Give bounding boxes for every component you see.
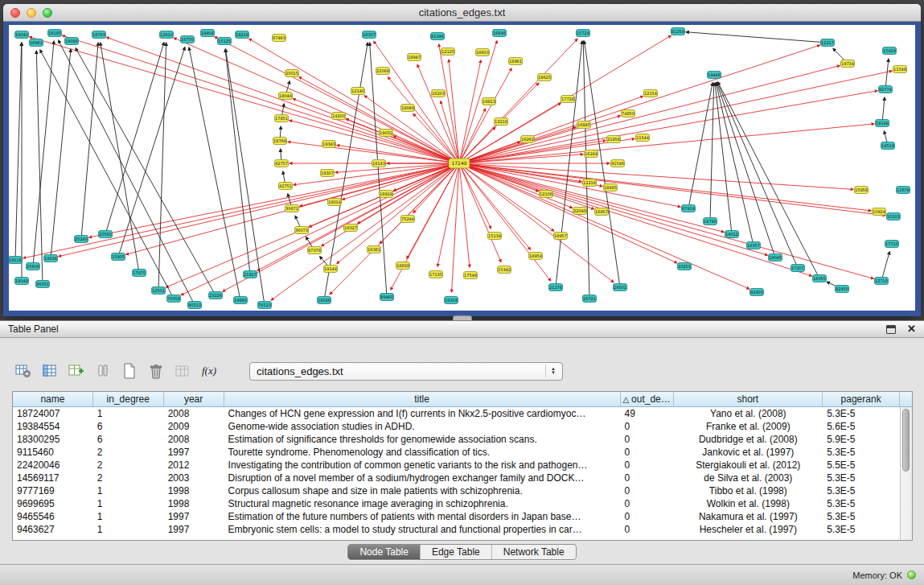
graph-node[interactable]: 42751 (279, 183, 293, 190)
graph-node[interactable]: 15125 (218, 38, 232, 45)
graph-node[interactable]: 25260 (75, 236, 88, 243)
graph-node[interactable]: 16203 (432, 90, 446, 97)
column-header-in-degree[interactable]: in_degree (93, 392, 164, 407)
graph-node[interactable]: 14636 (44, 255, 58, 262)
graph-node[interactable]: 12106 (540, 191, 553, 198)
table-cell[interactable]: 1 (93, 484, 164, 497)
graph-node[interactable]: 13216 (495, 118, 508, 126)
table-cell[interactable]: Nakamura et al. (1997) (674, 510, 823, 523)
graph-node[interactable]: 11679 (897, 187, 910, 194)
graph-node[interactable]: 18143 (372, 160, 386, 167)
graph-edge[interactable] (30, 37, 459, 163)
table-row[interactable]: 1456911722003Disruption of a novel membe… (13, 472, 900, 484)
graph-node[interactable]: 18790 (704, 218, 717, 225)
graph-edge[interactable] (40, 50, 174, 299)
table-cell[interactable]: 5.3E-5 (823, 523, 900, 536)
tab-edge-table[interactable]: Edge Table (420, 545, 491, 559)
graph-node[interactable]: 12610 (160, 31, 174, 39)
graph-edge[interactable] (459, 65, 840, 163)
graph-node[interactable]: 17548 (464, 272, 478, 279)
tab-network-table[interactable]: Network Table (491, 545, 576, 559)
table-cell[interactable]: 2012 (164, 459, 224, 472)
table-row[interactable]: 969969511998Structural magnetic resonanc… (13, 497, 900, 510)
table-cell[interactable]: 18724007 (13, 407, 93, 420)
table-cell[interactable]: 18300295 (13, 433, 93, 446)
graph-node[interactable]: 17975 (133, 270, 146, 277)
graph-edge[interactable] (459, 163, 551, 281)
graph-edge[interactable] (36, 51, 43, 284)
column-header-short[interactable]: short (674, 392, 823, 407)
table-cell[interactable]: 5.3E-5 (823, 446, 900, 459)
graph-node[interactable]: 12125 (441, 48, 455, 56)
zoom-window-button[interactable] (43, 8, 52, 18)
graph-edge[interactable] (33, 41, 54, 266)
graph-node[interactable]: 19546 (318, 297, 331, 304)
table-cell[interactable]: 5.3E-5 (823, 497, 900, 510)
table-row[interactable]: 2242004622012Investigating the contribut… (13, 459, 900, 472)
table-cell[interactable]: de Silva et al. (2003) (674, 472, 823, 484)
graph-edge[interactable] (51, 49, 71, 258)
table-cell[interactable]: 1997 (164, 446, 224, 459)
column-visibility-icon[interactable] (39, 361, 60, 381)
graph-node[interactable]: 15724 (577, 30, 590, 37)
graph-node[interactable]: 19014 (328, 199, 342, 206)
graph-node[interactable]: 16381 (368, 246, 381, 253)
column-header-pagerank[interactable]: pagerank (823, 392, 900, 407)
table-cell[interactable]: 1998 (164, 497, 224, 510)
graph-edge[interactable] (710, 83, 714, 221)
graph-edge[interactable] (391, 163, 459, 290)
graph-node[interactable]: 10924 (873, 208, 886, 216)
graph-node[interactable]: 92450 (836, 286, 849, 293)
column-header-year[interactable]: year (164, 392, 224, 407)
graph-node[interactable]: 18961 (509, 58, 523, 65)
table-cell[interactable]: 1997 (164, 510, 224, 523)
graph-node[interactable]: 17240 (449, 159, 470, 168)
table-cell[interactable]: 0 (621, 420, 674, 433)
table-cell[interactable]: 0 (621, 472, 674, 484)
graph-node[interactable]: 19144 (324, 266, 338, 273)
graph-node[interactable]: 19086 (65, 38, 79, 45)
graph-node[interactable]: 17851 (275, 115, 289, 122)
graph-node[interactable]: 11544 (636, 134, 650, 142)
graph-node[interactable]: 81254 (671, 28, 685, 35)
memory-ok-icon[interactable] (907, 571, 916, 579)
graph-node[interactable]: 14519 (881, 142, 895, 150)
graph-edge[interactable] (257, 163, 459, 270)
graph-edge[interactable] (158, 43, 166, 290)
new-column-icon[interactable] (66, 361, 87, 381)
graph-node[interactable]: 12154 (644, 90, 658, 97)
graph-node[interactable]: 16957 (595, 208, 609, 216)
graph-node[interactable]: 16164 (585, 150, 598, 158)
graph-node[interactable]: 16961 (30, 39, 43, 47)
graph-node[interactable]: 19031 (380, 130, 393, 137)
graph-node[interactable]: 16845 (577, 122, 591, 129)
graph-edge[interactable] (717, 82, 798, 268)
table-cell[interactable]: Structural magnetic resonance image aver… (224, 497, 621, 510)
table-cell[interactable]: 1 (93, 407, 164, 420)
select-rows-icon[interactable] (92, 361, 113, 381)
graph-node[interactable]: 16770 (181, 36, 195, 43)
graph-node[interactable]: 16721 (583, 295, 597, 303)
close-window-button[interactable] (10, 8, 20, 18)
graph-node[interactable]: 19404 (201, 30, 215, 37)
table-cell[interactable]: Embryonic stem cells: a model to study s… (224, 523, 621, 536)
graph-edge[interactable] (459, 163, 602, 186)
table-row[interactable]: 1872400712008Changes of HCN gene express… (13, 407, 900, 420)
table-cell[interactable]: Hescheler et al. (1997) (674, 523, 823, 536)
window-titlebar[interactable]: citations_edges.txt (3, 4, 921, 22)
table-cell[interactable]: Investigating the contribution of common… (224, 459, 621, 472)
table-cell[interactable]: 1 (93, 497, 164, 510)
graph-node[interactable]: 17207 (791, 265, 805, 272)
graph-edge[interactable] (81, 43, 98, 239)
graph-node[interactable]: 20560 (99, 231, 113, 238)
graph-node[interactable]: 95051 (36, 281, 50, 288)
table-cell[interactable]: 0 (621, 497, 674, 510)
table-cell[interactable]: 0 (621, 433, 674, 446)
graph-node[interactable]: 12140 (351, 88, 365, 95)
table-row[interactable]: 1830029562008Estimation of significance … (13, 433, 900, 446)
graph-node[interactable]: 20015 (285, 70, 299, 77)
table-cell[interactable]: Disruption of a novel member of a sodium… (224, 472, 621, 484)
graph-node[interactable]: 15958 (855, 187, 869, 194)
graph-edge[interactable] (337, 163, 459, 264)
table-cell[interactable]: 0 (621, 523, 674, 536)
